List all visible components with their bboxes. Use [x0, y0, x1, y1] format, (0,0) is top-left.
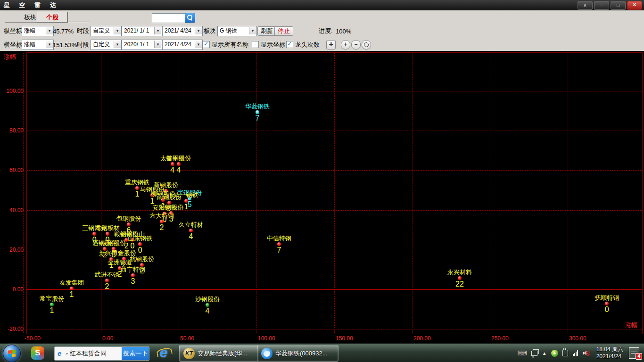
stock-dot-沙钢股份[interactable] [206, 303, 209, 307]
stock-label-中信特钢: 中信特钢 [246, 234, 312, 243]
tab-underline [67, 22, 90, 22]
stock-count-常宝股份: 1 [38, 306, 66, 315]
volume-muted-icon[interactable] [583, 350, 590, 356]
maximize-icon[interactable] [611, 1, 626, 10]
search-button[interactable] [185, 13, 195, 23]
y-tick-label: 80.00 [0, 127, 24, 134]
network-signal-icon[interactable] [573, 350, 578, 356]
period-select-1[interactable]: 自定义 [91, 26, 122, 36]
stock-count-久立特材: 4 [177, 232, 205, 241]
stock-dot-常宝股份[interactable] [50, 303, 54, 306]
stock-dot-永兴材料[interactable] [458, 276, 462, 280]
period-select-2[interactable]: 自定义 [91, 40, 122, 50]
ie-mini-icon: e [58, 350, 65, 357]
checkbox-label: 显示坐标 [261, 41, 285, 49]
date-to-1[interactable]: 2021/ 4/24 [162, 26, 203, 36]
checkbox-0[interactable]: 显示所有名称 [203, 41, 248, 49]
stock-label-河钢股份: 河钢股份 [138, 203, 204, 212]
language-bar-icon[interactable] [531, 351, 537, 356]
taskbar-search-go-button[interactable]: 搜索一下 [122, 347, 149, 360]
power-tray-icon[interactable] [562, 350, 568, 356]
vertical-axis-label: 纵坐标 [4, 27, 22, 35]
clock-date: 2021/4/24 [596, 353, 623, 360]
stock-label-武进不锈: 武进不锈 [74, 271, 140, 279]
date-to-2[interactable]: 2021/ 4/24 [162, 40, 203, 50]
horizontal-metric-select[interactable]: 涨幅 [22, 40, 54, 50]
checkbox-label: 龙头次数 [295, 41, 320, 49]
x-tick-label: 50.00 [180, 335, 194, 342]
x-tick-label: 250.00 [491, 335, 509, 342]
horizontal-axis-label: 横坐标 [4, 41, 22, 49]
internet-explorer-icon[interactable]: e [156, 346, 172, 361]
y-axis-title: 涨幅 [4, 53, 16, 61]
sector-label: 板块 [204, 27, 216, 35]
taskbar-clock[interactable]: 18:04 周六 2021/4/24 [596, 346, 623, 360]
pan-tool-icon[interactable] [326, 40, 336, 49]
refresh-button[interactable]: 刷新 [257, 26, 276, 36]
caret-down-icon[interactable]: ▾ [66, 352, 68, 356]
checkbox-2[interactable]: 龙头次数 [286, 41, 320, 49]
trader-app-icon: KT [183, 348, 195, 359]
stock-dot-华菱钢铁[interactable] [256, 110, 259, 114]
stock-dot-友发集团[interactable] [70, 287, 74, 290]
checkbox-box[interactable] [286, 41, 293, 48]
taskbar-button-browser[interactable]: 华菱钢铁(000932... [257, 345, 339, 362]
stop-button[interactable]: 停止 [274, 26, 293, 36]
taskbar-button-trader[interactable]: KT 交易师经典版[华... [179, 345, 258, 362]
y-tick-label: 20.00 [0, 247, 24, 253]
stock-dot-久立特材[interactable] [189, 229, 193, 232]
titlebar: 星 空 雷 达 [0, 0, 644, 10]
scatter-chart[interactable]: 涨幅 涨幅 -50.000.0050.00100.00150.00200.002… [0, 51, 644, 343]
date-from-2[interactable]: 2020/ 1/ 1 [122, 40, 162, 50]
checkbox-label: 显示所有名称 [212, 41, 248, 49]
progress-value: 100% [336, 27, 351, 34]
stock-dot-武进不锈[interactable] [105, 279, 109, 282]
period-label-1: 时段 [77, 27, 89, 35]
y-tick-label: 100.00 [0, 88, 24, 94]
taskbar-search-widget[interactable]: e ▾ 红本租赁合同 搜索一下 [54, 346, 149, 361]
antivirus-tray-icon[interactable]: + [551, 350, 558, 357]
gridline-x-300 [568, 53, 568, 333]
stock-count-华菱钢铁: 7 [243, 114, 272, 123]
close-icon[interactable] [627, 1, 642, 10]
stock-label-首钢股份: 首钢股份 [146, 154, 212, 163]
zoom-out-icon[interactable] [351, 40, 361, 49]
window-controls [578, 1, 642, 10]
progress-label: 进度: [319, 27, 333, 35]
stock-count-抚顺特钢: 0 [593, 305, 621, 314]
minimize-icon[interactable] [594, 1, 609, 10]
vertical-metric-select[interactable]: 涨幅 [22, 26, 54, 36]
taskbar-button-trader-label: 交易师经典版[华... [198, 349, 247, 358]
stock-label-常宝股份: 常宝股份 [19, 295, 85, 303]
stock-dot-首钢股份[interactable] [177, 162, 181, 166]
stock-count-永兴材料: 22 [446, 280, 474, 288]
stock-dot-八一钢铁[interactable] [184, 199, 188, 203]
gridline-y-80 [26, 131, 642, 131]
notification-tray-icon[interactable]: 4 [629, 347, 639, 359]
stock-search-input[interactable] [152, 13, 186, 23]
search-icon [187, 15, 192, 20]
date-from-1[interactable]: 2021/ 1/ 1 [122, 26, 162, 36]
collapse-icon[interactable] [578, 1, 593, 10]
sector-select[interactable]: G 钢铁 [217, 26, 257, 36]
tab-stock[interactable]: 个股 [37, 12, 68, 23]
zoom-in-icon[interactable] [341, 40, 350, 49]
gridline-x-100 [256, 53, 257, 333]
stock-label-久立特材: 久立特材 [158, 221, 224, 229]
browser-app-icon [261, 348, 272, 359]
browser-pinned-icon[interactable]: S [31, 346, 44, 360]
keyboard-icon[interactable]: ⌨ [518, 349, 527, 357]
tray-expand-icon[interactable]: ▲ [542, 351, 547, 356]
zoom-reset-icon[interactable] [362, 40, 371, 49]
stock-label-杭钢股份: 杭钢股份 [109, 255, 175, 263]
checkbox-box[interactable] [203, 41, 210, 48]
stock-dot-中信特钢[interactable] [277, 242, 281, 246]
taskbar-search-text[interactable]: 红本租赁合同 [70, 349, 122, 358]
x-tick-label: 300.00 [569, 335, 586, 342]
stock-dot-抚顺特钢[interactable] [605, 302, 609, 305]
start-button[interactable] [3, 345, 21, 362]
checkbox-1[interactable]: 显示坐标 [252, 41, 285, 49]
taskbar: S e ▾ 红本租赁合同 搜索一下 e KT 交易师经典版[华... 华菱钢铁(… [0, 343, 644, 362]
checkbox-box[interactable] [252, 41, 259, 48]
stock-dot-太钢不锈[interactable] [171, 162, 174, 166]
